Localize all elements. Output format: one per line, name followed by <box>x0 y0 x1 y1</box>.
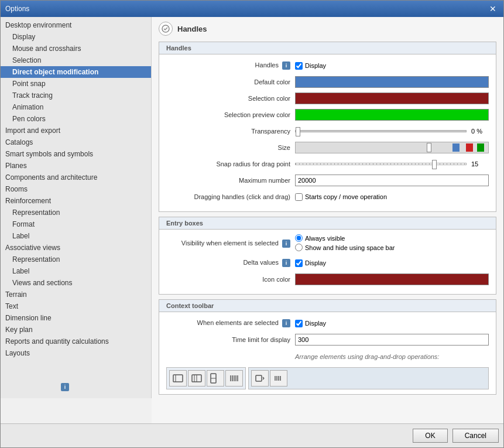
sidebar-item-mouse-crosshairs[interactable]: Mouse and crosshairs <box>1 43 151 54</box>
window-content: Desktop environment Display Mouse and cr… <box>1 17 503 423</box>
svg-rect-13 <box>256 375 262 381</box>
sidebar-item-text[interactable]: Text <box>1 300 151 312</box>
sidebar-item-views-sections[interactable]: Views and sections <box>1 277 151 289</box>
snap-radius-thumb[interactable] <box>432 160 437 169</box>
selection-preview-row: Selection preview color <box>166 108 489 121</box>
toolbar-btn-2[interactable] <box>188 370 205 387</box>
transparency-value: 0 % <box>471 128 489 135</box>
main-panel: Handles Handles Handles i Display <box>152 17 503 423</box>
sidebar-item-associative-views[interactable]: Associative views <box>1 242 151 254</box>
handles-control: Display <box>295 62 489 70</box>
display-checkbox-label[interactable]: Display <box>295 62 489 70</box>
section-title: Handles <box>177 25 207 33</box>
sidebar-item-animation[interactable]: Animation <box>1 101 151 113</box>
handles-label: Handles i <box>166 61 295 70</box>
sidebar-item-reinforcement-format[interactable]: Format <box>1 218 151 230</box>
selection-color-row: Selection color <box>166 92 489 105</box>
close-button[interactable]: ✕ <box>487 4 499 13</box>
context-display-checkbox[interactable] <box>295 320 303 327</box>
transparency-slider[interactable] <box>295 130 467 132</box>
size-label: Size <box>166 144 295 151</box>
ok-button[interactable]: OK <box>413 429 447 443</box>
sidebar-item-direct-object[interactable]: Direct object modification <box>1 66 151 78</box>
sidebar: Desktop environment Display Mouse and cr… <box>1 17 152 398</box>
sidebar-item-layouts[interactable]: Layouts <box>1 347 151 359</box>
window-title: Options <box>5 5 29 13</box>
when-selected-row: When elements are selected i Display <box>166 317 489 330</box>
sidebar-item-reinforcement-label[interactable]: Label <box>1 230 151 242</box>
sidebar-item-selection[interactable]: Selection <box>1 54 151 66</box>
toolbar-container <box>166 367 489 389</box>
toolbar-btn-6[interactable] <box>270 370 287 387</box>
delta-display-label[interactable]: Display <box>295 259 489 267</box>
size-slider[interactable] <box>295 142 489 153</box>
icon-color-bar[interactable] <box>295 273 489 285</box>
transparency-label: Transparency <box>166 128 295 135</box>
size-green-marker <box>477 143 484 152</box>
handles-group: Handles Handles i Display <box>159 42 496 212</box>
snap-radius-row: Snap radius for drag point 15 <box>166 158 489 170</box>
entry-boxes-group: Entry boxes Visibility when element is s… <box>159 217 496 295</box>
sidebar-item-smart-symbols[interactable]: Smart symbols and symbols <box>1 148 151 160</box>
selection-color-bar[interactable] <box>295 93 489 104</box>
display-checkbox[interactable] <box>295 62 303 70</box>
starts-copy-checkbox[interactable] <box>295 193 303 201</box>
sidebar-item-pen-colors[interactable]: Pen colors <box>1 113 151 125</box>
default-color-row: Default color <box>166 76 489 88</box>
sidebar-item-components-arch[interactable]: Components and architecture <box>1 172 151 183</box>
starts-copy-label[interactable]: Starts copy / move operation <box>295 193 489 201</box>
context-toolbar-group: Context toolbar When elements are select… <box>159 299 496 395</box>
handles-info-icon: i <box>282 61 290 70</box>
default-color-control <box>295 76 489 88</box>
default-color-bar[interactable] <box>295 76 489 88</box>
sidebar-item-rooms[interactable]: Rooms <box>1 183 151 195</box>
toolbar-btn-3[interactable] <box>207 370 224 387</box>
show-hide-radio[interactable] <box>295 244 303 251</box>
sidebar-item-catalogs[interactable]: Catalogs <box>1 136 151 148</box>
max-number-input[interactable] <box>295 175 489 186</box>
toolbar-btn-5[interactable] <box>251 370 269 387</box>
sidebar-wrapper: Desktop environment Display Mouse and cr… <box>1 17 152 423</box>
toolbar-btn-1[interactable] <box>169 370 187 387</box>
toolbar-btn-4[interactable] <box>225 370 243 387</box>
snap-radius-slider[interactable] <box>295 163 467 165</box>
sidebar-item-key-plan[interactable]: Key plan <box>1 324 151 336</box>
transparency-thumb[interactable] <box>296 127 300 136</box>
sidebar-item-planes[interactable]: Planes <box>1 160 151 172</box>
sidebar-item-terrain[interactable]: Terrain <box>1 289 151 300</box>
snap-radius-label: Snap radius for drag point <box>166 160 295 167</box>
sidebar-item-reports-qty[interactable]: Reports and quantity calculations <box>1 336 151 347</box>
size-control <box>295 142 489 153</box>
sidebar-item-reinforcement[interactable]: Reinforcement <box>1 195 151 207</box>
transparency-slider-container: 0 % <box>295 128 489 135</box>
sidebar-item-point-snap[interactable]: Point snap <box>1 78 151 90</box>
max-number-control <box>295 175 489 186</box>
delta-display-checkbox[interactable] <box>295 259 303 267</box>
when-selected-info-icon: i <box>282 319 290 327</box>
arrange-hint-row: Arrange elements using drag-and-drop ope… <box>166 350 489 364</box>
sidebar-item-track-tracing[interactable]: Track tracing <box>1 90 151 101</box>
visibility-row: Visibility when element is selected i Al… <box>166 234 489 253</box>
always-visible-radio-row[interactable]: Always visible <box>295 234 489 242</box>
always-visible-radio[interactable] <box>295 234 303 242</box>
sidebar-item-assoc-rep[interactable]: Representation <box>1 254 151 265</box>
snap-slider-container: 15 <box>295 160 489 167</box>
visibility-info-icon: i <box>282 240 290 248</box>
icon-color-row: Icon color <box>166 273 489 286</box>
sidebar-item-display[interactable]: Display <box>1 31 151 43</box>
context-display-label[interactable]: Display <box>295 320 489 327</box>
size-thumb[interactable] <box>427 143 431 152</box>
show-hide-radio-row[interactable]: Show and hide using space bar <box>295 244 489 251</box>
transparency-row: Transparency 0 % <box>166 125 489 138</box>
cancel-button[interactable]: Cancel <box>452 429 499 443</box>
sidebar-item-import-export[interactable]: Import and export <box>1 125 151 136</box>
sidebar-item-desktop-env[interactable]: Desktop environment <box>1 19 151 31</box>
sidebar-item-reinforcement-rep[interactable]: Representation <box>1 207 151 218</box>
sidebar-item-assoc-label[interactable]: Label <box>1 265 151 277</box>
icon-color-label: Icon color <box>166 276 295 283</box>
selection-color-label: Selection color <box>166 95 295 102</box>
info-icon[interactable]: i <box>61 383 69 391</box>
selection-preview-color-bar[interactable] <box>295 109 489 121</box>
sidebar-item-dimension-line[interactable]: Dimension line <box>1 312 151 324</box>
time-limit-input[interactable] <box>295 334 489 346</box>
